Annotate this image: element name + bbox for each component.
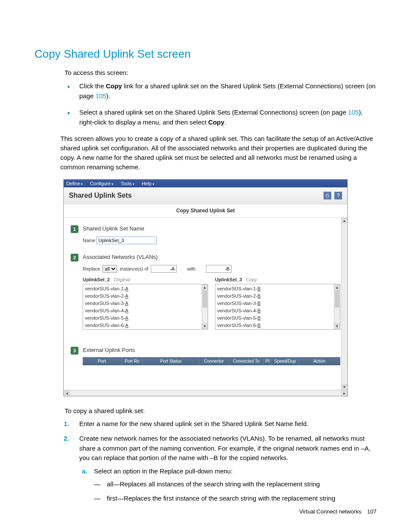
vlan-item[interactable]: vendorSUS-vlan-2-A — [85, 292, 200, 300]
replace-with-label: with — [187, 266, 196, 271]
uplink-ports-header: Port Port Ro Port Status Connector Conne… — [83, 357, 340, 365]
page-footer: Virtual Connect networks 107 — [299, 508, 377, 515]
step3-label: External Uplink Ports — [83, 347, 135, 353]
vlan-item[interactable]: vendorSUS-vlan-4-A — [85, 307, 200, 314]
step-item: Enter a name for the new shared uplink s… — [60, 419, 377, 429]
scroll-down-icon[interactable]: ▾ — [202, 323, 208, 329]
help-icon[interactable]: ? — [334, 192, 342, 199]
copy-vlan-list[interactable]: vendorSUS-vlan-1-BvendorSUS-vlan-2-Bvend… — [215, 284, 340, 330]
panel-title: Shared Uplink Sets — [69, 192, 132, 199]
bullet-item: Select a shared uplink set on the Shared… — [65, 108, 377, 127]
step1-label: Shared Uplink Set Name — [83, 225, 144, 232]
copy-set-label: UplinkSet_3 — [215, 277, 242, 282]
substep-item: Select an option in the Replace pull-dow… — [79, 467, 377, 504]
panel-hscrollbar[interactable]: ◂ ▸ — [64, 390, 347, 396]
step-item: Create new network names for the associa… — [60, 434, 377, 503]
dash-item: first—Replaces the first instance of the… — [94, 494, 377, 504]
orig-set-label: UplinkSet_2 — [83, 277, 110, 282]
vlan-item[interactable]: vendorSUS-vlan-5-B — [217, 314, 332, 322]
orig-tag: Original — [114, 277, 130, 282]
replace-mid-label: instance(s) of — [120, 266, 148, 271]
vlan-item[interactable]: vendorSUS-vlan-3-B — [217, 300, 332, 307]
scroll-up-icon[interactable]: ▴ — [334, 284, 340, 290]
page-heading: Copy Shared Uplink Set screen — [34, 47, 377, 61]
bullet-item: Click the Copy link for a shared uplink … — [65, 81, 377, 101]
replace-scope-select[interactable]: all — [103, 265, 117, 273]
sus-name-input[interactable] — [97, 236, 157, 244]
app-window: Define Configure Tools Help Shared Uplin… — [63, 179, 348, 396]
vlan-item[interactable]: vendorSUS-vlan-4-B — [217, 307, 332, 314]
vlan-item[interactable]: vendorSUS-vlan-3-A — [85, 300, 200, 307]
menu-help[interactable]: Help — [142, 181, 154, 186]
step-badge-1: 1 — [71, 225, 78, 233]
vlan-item[interactable]: vendorSUS-vlan-1-B — [217, 285, 332, 292]
page-link[interactable]: 105 — [348, 109, 359, 116]
panel-scrollbar[interactable]: ▴ ▾ — [341, 218, 347, 390]
menu-configure[interactable]: Configure — [90, 181, 113, 186]
scroll-up-icon[interactable]: ▴ — [202, 284, 208, 290]
original-vlan-list[interactable]: vendorSUS-vlan-1-AvendorSUS-vlan-2-Avend… — [83, 284, 208, 330]
menu-define[interactable]: Define — [66, 181, 83, 186]
scroll-down-icon[interactable]: ▾ — [342, 384, 347, 390]
scroll-right-icon[interactable]: ▸ — [341, 390, 347, 396]
dash-item: all—Replaces all instances of the search… — [94, 479, 377, 489]
page-link[interactable]: 105 — [96, 92, 106, 100]
vlan-item[interactable]: vendorSUS-vlan-5-A — [85, 314, 200, 322]
scroll-thumb[interactable] — [335, 290, 339, 308]
step-badge-3: 3 — [71, 347, 78, 355]
step2-label: Associated Networks (VLANs) — [83, 254, 158, 260]
procedure-steps: Enter a name for the new shared uplink s… — [60, 419, 377, 504]
vlan-item[interactable]: vendorSUS-vlan-6-A — [85, 322, 200, 329]
scroll-down-icon[interactable]: ▾ — [334, 323, 340, 329]
replace-find-input[interactable] — [151, 265, 177, 273]
print-icon[interactable]: ⎙ — [324, 192, 331, 199]
menubar: Define Configure Tools Help — [64, 180, 347, 187]
vlan-item[interactable]: vendorSUS-vlan-6-B — [217, 322, 332, 329]
copy-tag: Copy — [246, 277, 257, 282]
scroll-thumb[interactable] — [202, 290, 207, 308]
menu-tools[interactable]: Tools — [121, 181, 134, 186]
replace-with-input[interactable] — [206, 265, 232, 273]
scroll-left-icon[interactable]: ◂ — [64, 390, 70, 396]
panel-subtitle: Copy Shared Uplink Set — [64, 204, 347, 218]
scroll-up-icon[interactable]: ▴ — [342, 218, 347, 224]
titlebar: Shared Uplink Sets ⎙ ? — [64, 187, 347, 204]
body-paragraph: This screen allows you to create a copy … — [60, 134, 377, 171]
intro-text: To access this screen: — [65, 68, 377, 77]
post-intro: To copy a shared uplink set: — [65, 407, 377, 415]
vlan-item[interactable]: vendorSUS-vlan-2-B — [217, 292, 332, 300]
vlan-item[interactable]: vendorSUS-vlan-1-A — [85, 285, 200, 292]
step-badge-2: 2 — [71, 254, 78, 261]
name-field-label: Name — [83, 238, 95, 243]
replace-label: Replace — [83, 266, 100, 271]
access-bullets: Click the Copy link for a shared uplink … — [65, 81, 377, 127]
